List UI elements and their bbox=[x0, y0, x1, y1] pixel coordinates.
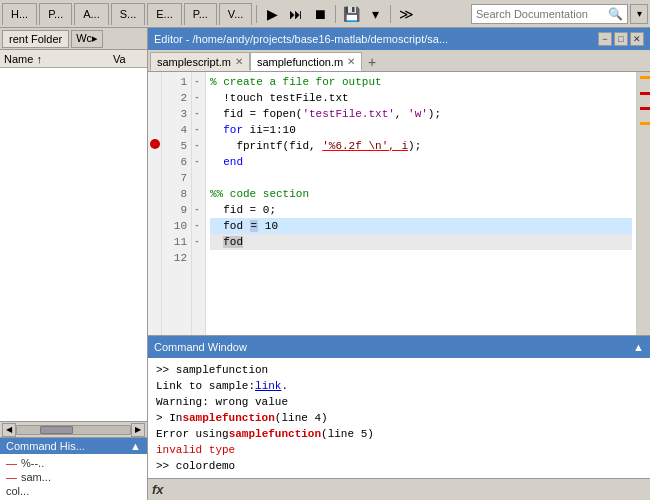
more-button[interactable]: ▾ bbox=[364, 3, 386, 25]
step-button[interactable]: ⏭ bbox=[285, 3, 307, 25]
cmd-line-6: invalid type bbox=[156, 442, 642, 458]
toolbar-tab-s[interactable]: S... bbox=[111, 3, 146, 25]
code-line-4: for ii=1:10 bbox=[210, 122, 632, 138]
ln-6: 6 bbox=[162, 154, 191, 170]
file-list-header: Name ↑ Va bbox=[0, 50, 147, 68]
cmd-content[interactable]: >> samplefunction Link to sample: link .… bbox=[148, 358, 650, 478]
toolbar-tab-v[interactable]: V... bbox=[219, 3, 253, 25]
dash-10: - bbox=[192, 216, 202, 232]
ln-10: 10 bbox=[162, 218, 191, 234]
marker-4 bbox=[148, 120, 161, 136]
dash-8 bbox=[192, 184, 202, 200]
tab-add-button[interactable]: + bbox=[364, 54, 380, 70]
marker-8 bbox=[148, 184, 161, 200]
dash-5: - bbox=[192, 136, 202, 152]
toolbar-tab-p[interactable]: P... bbox=[39, 3, 72, 25]
right-scrollbar[interactable] bbox=[636, 72, 650, 335]
cmd-warning: Warning: wrong value bbox=[156, 396, 288, 408]
stop-button[interactable]: ⏹ bbox=[309, 3, 331, 25]
cmd-titlebar: Command Window ▲ bbox=[148, 336, 650, 358]
scroll-right[interactable]: ▶ bbox=[131, 423, 145, 437]
code-line-8: %% code section bbox=[210, 186, 632, 202]
editor-minimize[interactable]: − bbox=[598, 32, 612, 46]
cmd-collapse-icon[interactable]: ▲ bbox=[633, 341, 644, 353]
ln-2: 2 bbox=[162, 90, 191, 106]
main-toolbar: H... P... A... S... E... P... V... ▶ ⏭ ⏹… bbox=[0, 0, 650, 28]
code-line-3: fid = fopen('testFile.txt', 'w'); bbox=[210, 106, 632, 122]
code-line-5: fprintf(fid, '%6.2f \n', i); bbox=[210, 138, 632, 154]
left-scrollbar[interactable]: ◀ ▶ bbox=[0, 421, 147, 437]
file-list bbox=[0, 68, 147, 421]
scroll-track[interactable] bbox=[16, 425, 131, 435]
workspace-tab[interactable]: Wc▸ bbox=[71, 30, 103, 48]
main-layout: rent Folder Wc▸ Name ↑ Va ◀ ▶ Command Hi… bbox=[0, 28, 650, 500]
marker-2 bbox=[148, 88, 161, 104]
run-button[interactable]: ▶ bbox=[261, 3, 283, 25]
save-button[interactable]: 💾 bbox=[340, 3, 362, 25]
code-line-12 bbox=[210, 250, 632, 266]
dash-3: - bbox=[192, 104, 202, 120]
ln-1: 1 bbox=[162, 74, 191, 90]
marker-1 bbox=[148, 72, 161, 88]
dash-11: - bbox=[192, 232, 202, 248]
history-item-1-text: sam... bbox=[21, 471, 51, 483]
history-item-1[interactable]: sam... bbox=[4, 470, 143, 484]
code-line-7 bbox=[210, 170, 632, 186]
history-item-0-text: %--.. bbox=[21, 457, 44, 469]
current-folder-label: rent Folder bbox=[9, 33, 62, 45]
search-icon: 🔍 bbox=[608, 7, 623, 21]
editor-titlebar: Editor - /home/andy/projects/base16-matl… bbox=[148, 28, 650, 50]
search-input[interactable] bbox=[476, 8, 606, 20]
editor-maximize[interactable]: □ bbox=[614, 32, 628, 46]
toolbar-tab-a[interactable]: A... bbox=[74, 3, 109, 25]
editor-tabs: samplescript.m ✕ samplefunction.m ✕ + bbox=[148, 50, 650, 72]
toolbar-sep3 bbox=[390, 5, 391, 23]
command-history-panel: Command His... ▲ %--.. sam... col... bbox=[0, 437, 147, 500]
cmd-samplefunction-2: samplefunction bbox=[229, 428, 321, 440]
ln-8: 8 bbox=[162, 186, 191, 202]
editor-tab-1[interactable]: samplefunction.m ✕ bbox=[250, 52, 362, 71]
cmd-history-content: %--.. sam... col... bbox=[0, 454, 147, 500]
filter-button[interactable]: ▾ bbox=[630, 4, 648, 24]
ln-3: 3 bbox=[162, 106, 191, 122]
cmd-line-2: Link to sample: link . bbox=[156, 378, 642, 394]
cmd-link[interactable]: link bbox=[255, 380, 281, 392]
code-line-11: fod bbox=[210, 234, 632, 250]
history-item-0[interactable]: %--.. bbox=[4, 456, 143, 470]
dash-4: - bbox=[192, 120, 202, 136]
history-item-2-text: col... bbox=[6, 485, 29, 497]
forward-button[interactable]: ≫ bbox=[395, 3, 417, 25]
cmd-history-expand[interactable]: ▲ bbox=[130, 440, 141, 452]
marker-11 bbox=[148, 232, 161, 248]
dash-1: - bbox=[192, 72, 202, 88]
dash-column: - - - - - - - - - bbox=[192, 72, 206, 335]
marker-6 bbox=[148, 152, 161, 168]
workspace-label: Wc▸ bbox=[76, 32, 98, 45]
fx-symbol: fx bbox=[152, 482, 164, 497]
scroll-marker-red-1 bbox=[640, 92, 650, 95]
editor-tab-0-label: samplescript.m bbox=[157, 56, 231, 68]
scroll-thumb[interactable] bbox=[40, 426, 74, 434]
history-item-2[interactable]: col... bbox=[4, 484, 143, 498]
code-area[interactable]: % create a file for output !touch testFi… bbox=[206, 72, 636, 335]
ln-7: 7 bbox=[162, 170, 191, 186]
cmd-text-2b: . bbox=[281, 380, 288, 392]
cmd-error-using: Error using bbox=[156, 428, 229, 440]
toolbar-tab-p2[interactable]: P... bbox=[184, 3, 217, 25]
tab-0-close[interactable]: ✕ bbox=[235, 56, 243, 67]
right-panel: Editor - /home/andy/projects/base16-matl… bbox=[148, 28, 650, 500]
dash-6: - bbox=[192, 152, 202, 168]
cmd-prompt-2: >> colordemo bbox=[156, 460, 235, 472]
ln-4: 4 bbox=[162, 122, 191, 138]
toolbar-tab-e[interactable]: E... bbox=[147, 3, 182, 25]
code-line-2: !touch testFile.txt bbox=[210, 90, 632, 106]
editor-close[interactable]: ✕ bbox=[630, 32, 644, 46]
tab-1-close[interactable]: ✕ bbox=[347, 56, 355, 67]
editor-content: 1 2 3 4 5 6 7 8 9 10 11 12 bbox=[148, 72, 650, 335]
ln-9: 9 bbox=[162, 202, 191, 218]
current-folder-tab[interactable]: rent Folder bbox=[2, 30, 69, 48]
toolbar-tab-h[interactable]: H... bbox=[2, 3, 37, 25]
scroll-marker-red-2 bbox=[640, 107, 650, 110]
scroll-left[interactable]: ◀ bbox=[2, 423, 16, 437]
editor-tab-0[interactable]: samplescript.m ✕ bbox=[150, 52, 250, 71]
